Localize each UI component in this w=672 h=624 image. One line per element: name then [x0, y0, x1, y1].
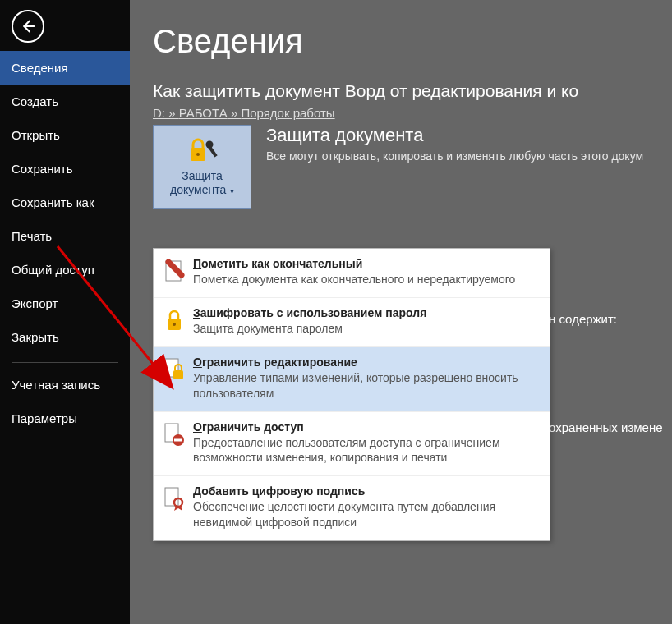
lock-key-icon	[186, 136, 219, 166]
sidebar-item-label: Создать	[12, 94, 58, 108]
breadcrumb-part[interactable]: РАБОТА	[179, 106, 228, 120]
svg-rect-4	[208, 145, 217, 157]
lock-icon	[163, 308, 185, 333]
menu-item-title: Ограничить доступ	[193, 420, 540, 434]
svg-point-7	[173, 323, 176, 326]
menu-item-title: Пометить как окончательный	[193, 257, 540, 270]
sidebar-item-info[interactable]: Сведения	[0, 51, 130, 85]
breadcrumb-part[interactable]: D:	[153, 106, 165, 120]
svg-rect-13	[165, 488, 178, 506]
sidebar-item-share[interactable]: Общий доступ	[0, 253, 130, 287]
menu-item-mark-final[interactable]: Пометить как окончательный Пометка докум…	[154, 249, 550, 297]
menu-item-title: Зашифровать с использованием пароля	[193, 306, 540, 319]
document-lock-icon	[163, 357, 185, 382]
sidebar-item-close[interactable]: Закрыть	[0, 320, 130, 354]
protect-heading: Защита документа	[266, 125, 643, 146]
protect-button-label: документа	[170, 183, 226, 196]
protect-document-button[interactable]: Защита документа ▾	[153, 125, 251, 209]
chevron-down-icon: ▾	[228, 186, 234, 195]
menu-item-desc: Защита документа паролем	[193, 321, 540, 337]
sidebar-item-save[interactable]: Сохранить	[0, 152, 130, 186]
menu-item-restrict-access[interactable]: Ограничить доступ Предоставление пользов…	[154, 411, 550, 476]
backstage-sidebar: Сведения Создать Открыть Сохранить Сохра…	[0, 0, 130, 624]
sidebar-item-export[interactable]: Экспорт	[0, 287, 130, 320]
sidebar-item-label: Сохранить как	[12, 195, 94, 209]
menu-item-title: Добавить цифровую подпись	[193, 484, 540, 498]
menu-item-desc: Предоставление пользователям доступа с о…	[193, 435, 540, 466]
sidebar-item-print[interactable]: Печать	[0, 219, 130, 253]
protect-description: Все могут открывать, копировать и изменя…	[266, 149, 643, 163]
partial-text: н содержит:	[549, 312, 617, 326]
protect-button-label: Защита	[182, 169, 223, 182]
mark-final-icon	[163, 259, 185, 283]
breadcrumb: D: » РАБОТА » Порядок работы	[153, 106, 672, 120]
menu-item-restrict-editing[interactable]: Ограничить редактирование Управление тип…	[154, 346, 550, 411]
sidebar-item-save-as[interactable]: Сохранить как	[0, 186, 130, 219]
back-button[interactable]	[12, 10, 44, 43]
sidebar-separator	[12, 362, 118, 363]
menu-item-desc: Управление типами изменений, которые раз…	[193, 370, 540, 401]
svg-point-2	[196, 153, 200, 156]
menu-item-digital-signature[interactable]: Добавить цифровую подпись Обеспечение це…	[154, 475, 550, 540]
sidebar-item-label: Учетная запись	[12, 378, 100, 392]
arrow-left-icon	[19, 17, 37, 35]
partial-text: охраненных измене	[549, 420, 663, 434]
document-denied-icon	[163, 422, 185, 447]
sidebar-item-open[interactable]: Открыть	[0, 118, 130, 152]
sidebar-item-new[interactable]: Создать	[0, 85, 130, 118]
menu-item-encrypt-password[interactable]: Зашифровать с использованием пароля Защи…	[154, 297, 550, 346]
menu-item-desc: Обеспечение целостности документа путем …	[193, 499, 540, 530]
protect-document-dropdown: Пометить как окончательный Пометка докум…	[153, 248, 550, 541]
svg-rect-12	[174, 438, 182, 441]
breadcrumb-part[interactable]: Порядок работы	[241, 106, 334, 120]
svg-rect-9	[173, 370, 183, 379]
sidebar-item-account[interactable]: Учетная запись	[0, 368, 130, 401]
sidebar-item-label: Параметры	[12, 411, 77, 425]
document-ribbon-icon	[163, 486, 185, 511]
sidebar-item-options[interactable]: Параметры	[0, 401, 130, 435]
sidebar-item-label: Печать	[12, 229, 52, 243]
sidebar-item-label: Закрыть	[12, 330, 59, 344]
menu-item-title: Ограничить редактирование	[193, 356, 540, 369]
page-title: Сведения	[153, 23, 672, 60]
sidebar-item-label: Общий доступ	[12, 263, 94, 277]
document-title: Как защитить документ Ворд от редактиров…	[153, 81, 672, 101]
sidebar-item-label: Открыть	[12, 128, 60, 142]
protect-section: Защита документа ▾ Защита документа Все …	[153, 125, 672, 209]
sidebar-item-label: Сохранить	[12, 162, 73, 176]
menu-item-desc: Пометка документа как окончательного и н…	[193, 272, 540, 287]
sidebar-item-label: Экспорт	[12, 296, 58, 310]
sidebar-item-label: Сведения	[12, 61, 68, 75]
